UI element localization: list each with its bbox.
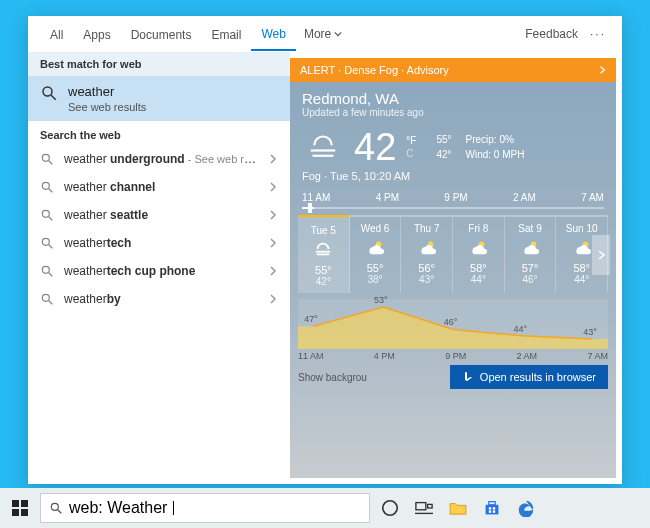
temp-low: 42° [436,147,451,162]
day-low: 46° [507,274,554,285]
svg-rect-24 [21,500,28,507]
taskbar-search[interactable]: web: Weather [40,493,370,523]
tab-more[interactable]: More [296,17,350,51]
current-temp: 42 [354,128,396,166]
search-icon [40,152,54,166]
day-low: 44° [455,274,502,285]
day-low: 44° [558,274,605,285]
tabs-row: All Apps Documents Email Web More Feedba… [28,16,622,52]
spark-point-label: 46° [444,317,458,327]
search-web-header: Search the web [28,121,290,145]
chevron-right-icon [268,210,278,220]
search-icon [40,84,58,102]
daily-forecast-row: Tue 5 55° 42°Wed 6 55° 38°Thu 7 56° 43°F… [298,215,608,293]
svg-line-1 [51,95,56,100]
svg-rect-37 [489,510,491,512]
timeline-label: 11 AM [302,192,330,203]
suggestion-item[interactable]: weathertech [28,229,290,257]
svg-rect-30 [416,503,426,510]
svg-rect-35 [489,507,491,509]
day-label: Fri 8 [455,223,502,234]
search-icon [40,208,54,222]
daily-forecast-item[interactable]: Sat 9 57° 46° [505,217,557,293]
suggestion-item[interactable]: weather underground - See web results [28,145,290,173]
timeline-label: 2 AM [513,192,536,203]
suggestion-text: weatherby [64,292,258,306]
svg-point-29 [383,501,397,515]
svg-point-10 [42,266,49,273]
show-background-link[interactable]: Show backgrou [298,372,367,383]
svg-line-5 [49,189,53,193]
start-button[interactable] [6,494,34,522]
tab-documents[interactable]: Documents [121,18,202,50]
windows-icon [12,500,28,516]
chevron-right-icon [596,249,606,261]
svg-line-11 [49,273,53,277]
unit-c[interactable]: C [406,148,416,159]
chevron-down-icon [334,30,342,38]
weather-icon [312,240,334,258]
weather-icon [364,238,386,256]
wind-text: Wind: 0 MPH [466,147,525,162]
hourly-timeline[interactable]: 11 AM4 PM9 PM2 AM7 AM [290,188,616,209]
tab-email[interactable]: Email [201,18,251,50]
weather-icon [571,238,593,256]
cortana-icon[interactable] [376,494,404,522]
results-sidebar: Best match for web weather See web resul… [28,52,290,484]
search-input-value: web: Weather [69,499,167,517]
svg-point-12 [42,294,49,301]
options-ellipsis[interactable]: ··· [586,17,610,51]
svg-point-0 [43,87,52,96]
spark-x-label: 11 AM [298,351,324,361]
microsoft-store-icon[interactable] [478,494,506,522]
search-icon [49,501,63,515]
fog-icon [302,126,344,168]
tab-all[interactable]: All [40,18,73,50]
search-icon [40,264,54,278]
daily-scroll-right[interactable] [592,235,610,275]
suggestion-item[interactable]: weathertech cup phone [28,257,290,285]
timeline-label: 9 PM [444,192,467,203]
search-icon [40,292,54,306]
day-high: 55° [300,264,347,276]
file-explorer-icon[interactable] [444,494,472,522]
chevron-right-icon [268,294,278,304]
tab-web[interactable]: Web [251,17,295,51]
suggestion-text: weather channel [64,180,258,194]
open-in-browser-button[interactable]: Open results in browser [450,365,608,389]
spark-x-label: 9 PM [445,351,466,361]
timeline-handle[interactable] [308,203,312,213]
chevron-right-icon [268,266,278,276]
tab-more-label: More [304,27,331,41]
best-match-item[interactable]: weather See web results [28,76,290,121]
edge-icon[interactable] [512,494,540,522]
timeline-label: 4 PM [376,192,399,203]
task-view-icon[interactable] [410,494,438,522]
tab-apps[interactable]: Apps [73,18,120,50]
svg-line-9 [49,245,53,249]
open-in-browser-label: Open results in browser [480,371,596,383]
svg-point-2 [42,154,49,161]
weather-location: Redmond, WA [302,90,604,107]
daily-forecast-item[interactable]: Tue 5 55° 42° [298,215,350,293]
chevron-right-icon [268,182,278,192]
suggestion-text: weather seattle [64,208,258,222]
timeline-label: 7 AM [581,192,604,203]
daily-forecast-item[interactable]: Fri 8 58° 44° [453,217,505,293]
suggestion-item[interactable]: weather seattle [28,201,290,229]
best-match-subtitle: See web results [68,101,146,113]
temp-sparkline: 47°53°46°44°43° [298,299,608,349]
day-low: 43° [403,274,450,285]
search-icon [40,236,54,250]
chevron-right-icon [268,238,278,248]
feedback-link[interactable]: Feedback [517,17,586,51]
daily-forecast-item[interactable]: Thu 7 56° 43° [401,217,453,293]
suggestion-item[interactable]: weatherby [28,285,290,313]
suggestion-item[interactable]: weather channel [28,173,290,201]
unit-f[interactable]: °F [406,135,416,146]
svg-line-13 [49,301,53,305]
day-label: Tue 5 [300,225,347,236]
daily-forecast-item[interactable]: Wed 6 55° 38° [350,217,402,293]
weather-alert[interactable]: ALERT · Dense Fog · Advisory [290,58,616,82]
svg-rect-23 [12,500,19,507]
